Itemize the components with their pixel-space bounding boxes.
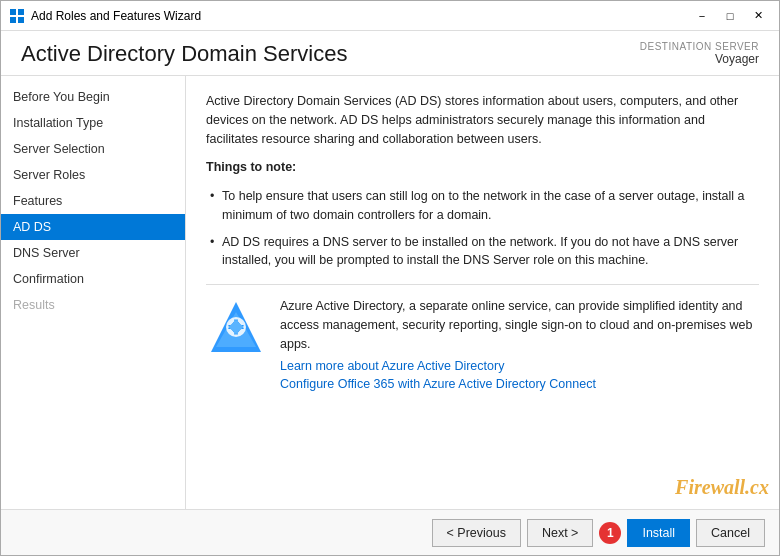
azure-description: Azure Active Directory, a separate onlin… [280, 297, 759, 353]
minimize-button[interactable]: − [689, 6, 715, 26]
watermark: Firewall.cx [675, 476, 769, 499]
sidebar-item-results: Results [1, 292, 185, 318]
azure-icon [206, 297, 266, 357]
restore-button[interactable]: □ [717, 6, 743, 26]
azure-text: Azure Active Directory, a separate onlin… [280, 297, 759, 395]
title-bar: Add Roles and Features Wizard − □ ✕ [1, 1, 779, 31]
window-icon [9, 8, 25, 24]
svg-rect-2 [10, 17, 16, 23]
description-text: Active Directory Domain Services (AD DS)… [206, 92, 759, 148]
bullet-item-1: To help ensure that users can still log … [206, 187, 759, 225]
server-name: Voyager [640, 52, 759, 66]
window-title: Add Roles and Features Wizard [31, 9, 689, 23]
close-button[interactable]: ✕ [745, 6, 771, 26]
azure-section: Azure Active Directory, a separate onlin… [206, 297, 759, 395]
azure-link2[interactable]: Configure Office 365 with Azure Active D… [280, 377, 759, 391]
content-area: Active Directory Domain Services (AD DS)… [186, 76, 779, 509]
sidebar-item-dns-server[interactable]: DNS Server [1, 240, 185, 266]
sidebar-item-installation-type[interactable]: Installation Type [1, 110, 185, 136]
sidebar-item-server-selection[interactable]: Server Selection [1, 136, 185, 162]
bullet-item-2: AD DS requires a DNS server to be instal… [206, 233, 759, 271]
sidebar-item-ad-ds[interactable]: AD DS [1, 214, 185, 240]
page-title: Active Directory Domain Services [21, 41, 347, 67]
svg-rect-3 [18, 17, 24, 23]
header: Active Directory Domain Services DESTINA… [1, 31, 779, 76]
bullet-list: To help ensure that users can still log … [206, 187, 759, 270]
sidebar-item-features[interactable]: Features [1, 188, 185, 214]
destination-label: DESTINATION SERVER [640, 41, 759, 52]
svg-rect-0 [10, 9, 16, 15]
notification-badge: 1 [599, 522, 621, 544]
azure-link1[interactable]: Learn more about Azure Active Directory [280, 359, 759, 373]
cancel-button[interactable]: Cancel [696, 519, 765, 547]
watermark-suffix: x [759, 476, 769, 498]
main-content: Before You BeginInstallation TypeServer … [1, 76, 779, 509]
window-controls: − □ ✕ [689, 6, 771, 26]
sidebar-item-before-you-begin[interactable]: Before You Begin [1, 84, 185, 110]
next-button[interactable]: Next > [527, 519, 593, 547]
svg-rect-1 [18, 9, 24, 15]
footer: < Previous Next > 1 Install Cancel [1, 509, 779, 555]
destination-server-info: DESTINATION SERVER Voyager [640, 41, 759, 66]
divider [206, 284, 759, 285]
install-button[interactable]: Install [627, 519, 690, 547]
sidebar: Before You BeginInstallation TypeServer … [1, 76, 186, 509]
sidebar-item-confirmation[interactable]: Confirmation [1, 266, 185, 292]
sidebar-item-server-roles[interactable]: Server Roles [1, 162, 185, 188]
watermark-text: Firewall.c [675, 476, 759, 498]
previous-button[interactable]: < Previous [432, 519, 521, 547]
window: Add Roles and Features Wizard − □ ✕ Acti… [0, 0, 780, 556]
things-to-note-label: Things to note: [206, 158, 759, 177]
